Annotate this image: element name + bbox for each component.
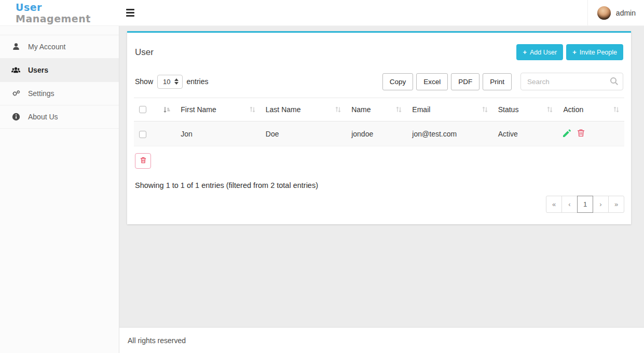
footer-text: All rights reserved: [128, 336, 186, 345]
cell-last-name: Doe: [261, 121, 346, 146]
bulk-delete-button[interactable]: [135, 153, 151, 169]
sort-both-icon[interactable]: [396, 106, 402, 113]
users-icon: [11, 66, 20, 74]
cell-status: Active: [493, 121, 558, 146]
sidebar-item-label: My Account: [28, 43, 65, 51]
user-card: User + Add User + Invite People: [127, 31, 631, 224]
column-header[interactable]: Last Name: [266, 105, 301, 114]
sort-both-icon[interactable]: [482, 106, 488, 113]
sidebar-item-label: Users: [28, 66, 48, 74]
sidebar-divider: [0, 26, 119, 35]
column-header[interactable]: First Name: [181, 105, 216, 114]
sort-both-icon[interactable]: [613, 106, 619, 113]
hamburger-icon[interactable]: [126, 6, 141, 20]
app-window: User Management admin My Account: [0, 0, 644, 353]
sidebar-item-label: Settings: [28, 89, 54, 98]
entries-label: entries: [187, 77, 209, 86]
pagination-prev-button[interactable]: ‹: [561, 196, 578, 213]
user-menu[interactable]: admin: [587, 0, 644, 25]
sidebar-item-my-account[interactable]: My Account: [0, 35, 119, 59]
info-icon: [11, 113, 20, 121]
avatar: [597, 6, 611, 20]
edit-button[interactable]: [563, 129, 571, 139]
table-header-row: First Name Last Name: [134, 98, 624, 121]
sidebar-item-users[interactable]: Users: [0, 59, 119, 82]
table-info: Showing 1 to 1 of 1 entries (filtered fr…: [135, 181, 623, 189]
sort-both-icon[interactable]: [250, 106, 255, 113]
sidebar-item-settings[interactable]: Settings: [0, 82, 119, 105]
page-size-select[interactable]: 10: [157, 75, 182, 89]
table-row: Jon Doe jondoe jon@test.com Active: [134, 121, 624, 146]
logo: User Management: [0, 0, 119, 25]
trash-icon: [140, 157, 146, 165]
row-checkbox[interactable]: [139, 131, 146, 138]
spinner-arrows-icon: [174, 78, 179, 85]
pagination: « ‹ 1 › »: [546, 196, 624, 213]
sort-both-icon[interactable]: [547, 106, 553, 113]
topbar-main: admin: [119, 0, 644, 25]
copy-button[interactable]: Copy: [382, 73, 414, 90]
print-button[interactable]: Print: [483, 73, 512, 90]
select-all-checkbox[interactable]: [139, 106, 146, 113]
trash-icon: [577, 129, 585, 139]
brand-primary: User: [16, 2, 42, 13]
sidebar-item-about-us[interactable]: About Us: [0, 105, 119, 129]
topbar: User Management admin: [0, 0, 644, 26]
excel-button[interactable]: Excel: [416, 73, 448, 90]
search-input[interactable]: [520, 73, 623, 90]
add-user-button[interactable]: + Add User: [516, 44, 563, 60]
show-label: Show: [135, 77, 153, 86]
user-icon: [11, 43, 20, 51]
plus-icon: +: [572, 48, 577, 56]
content-area: User + Add User + Invite People: [119, 26, 644, 353]
cell-first-name: Jon: [175, 121, 260, 146]
column-header[interactable]: Email: [412, 105, 430, 114]
pagination-page-1-button[interactable]: 1: [577, 196, 593, 213]
cell-name: jondoe: [346, 121, 407, 146]
delete-button[interactable]: [577, 129, 585, 139]
pagination-next-button[interactable]: ›: [593, 196, 609, 213]
pdf-button[interactable]: PDF: [451, 73, 479, 90]
username: admin: [616, 9, 636, 17]
pencil-icon: [563, 129, 571, 139]
sort-both-icon[interactable]: [335, 106, 341, 113]
cell-email: jon@test.com: [407, 121, 492, 146]
column-header[interactable]: Name: [351, 105, 371, 114]
sidebar-item-label: About Us: [28, 113, 58, 121]
invite-people-button[interactable]: + Invite People: [566, 44, 623, 60]
footer: All rights reserved: [119, 327, 644, 353]
column-header[interactable]: Action: [563, 105, 583, 114]
pagination-last-button[interactable]: »: [608, 196, 624, 213]
search-icon: [610, 77, 619, 88]
plus-icon: +: [523, 48, 527, 56]
sort-asc-icon[interactable]: [163, 106, 170, 113]
gears-icon: [11, 89, 20, 98]
sidebar: My Account Users Settings: [0, 26, 119, 353]
page-title: User: [135, 47, 154, 58]
length-control: Show 10 entries: [135, 75, 209, 89]
brand-secondary: Management: [16, 13, 91, 24]
main-layout: My Account Users Settings: [0, 26, 644, 353]
pagination-first-button[interactable]: «: [546, 196, 562, 213]
users-table: First Name Last Name: [134, 98, 624, 146]
column-header[interactable]: Status: [498, 105, 519, 114]
